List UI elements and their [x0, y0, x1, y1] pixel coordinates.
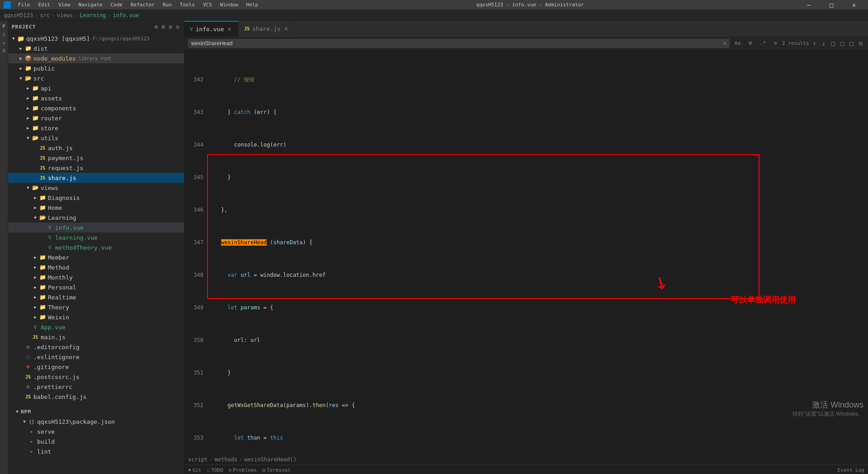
menu-navigate[interactable]: Navigate — [75, 1, 106, 9]
tree-item-api[interactable]: ▶ 📁 api — [8, 83, 184, 93]
breadcrumb-views[interactable]: views — [57, 12, 73, 19]
tree-item-public[interactable]: ▶ 📁 public — [8, 63, 184, 73]
menu-help[interactable]: Help — [243, 1, 262, 9]
tab-info-vue[interactable]: V info.vue × — [184, 21, 239, 37]
sidebar-action-collapse[interactable]: ≡ — [175, 23, 180, 31]
bottom-breadcrumb-func[interactable]: wexinShareHead() — [244, 456, 297, 463]
tree-item-eslintignore[interactable]: ▶ ○ .eslintignore — [8, 352, 184, 362]
tree-label-learning: Learning — [48, 214, 76, 221]
tree-item-method[interactable]: ▶ 📁 Method — [8, 262, 184, 272]
search-regex-btn[interactable]: .* — [757, 39, 769, 47]
sidebar-action-new-folder[interactable]: ⊞ — [161, 23, 166, 31]
tree-root[interactable]: ▼ 📁 qqxsH5123 [qqxsH5] F:/gongsi/qqxsH51… — [8, 33, 184, 43]
activity-structure[interactable]: S — [0, 31, 8, 38]
activity-favorites[interactable]: ★ — [0, 39, 8, 46]
tree-item-theory[interactable]: ▶ 📁 Theory — [8, 302, 184, 312]
npm-script-lint[interactable]: ▸ lint — [12, 446, 180, 456]
search-case-btn[interactable]: Aa — [731, 39, 744, 47]
search-filter-btn[interactable]: ⊟ — [857, 39, 864, 48]
menu-window[interactable]: Window — [217, 1, 242, 9]
code-content[interactable]: 342 // 报错 343 } catch (err) { 344 consol… — [184, 50, 868, 454]
tree-item-src[interactable]: ▼ 📂 src — [8, 73, 184, 83]
npm-script-build[interactable]: ▸ build — [12, 436, 180, 446]
tree-item-auth-js[interactable]: ▶ JS auth.js — [8, 143, 184, 153]
tree-item-editorconfig[interactable]: ▶ ⚙ .editorconfig — [8, 342, 184, 352]
breadcrumb-qqxs[interactable]: qqxsH5123 — [4, 12, 33, 19]
npm-root[interactable]: ▼ {} qqxsH5123\package.json — [12, 417, 180, 427]
search-word-btn[interactable]: W — [745, 39, 755, 47]
sidebar-action-new-file[interactable]: ⊕ — [154, 23, 159, 31]
menu-view[interactable]: View — [55, 1, 74, 9]
menu-code[interactable]: Code — [107, 1, 126, 9]
tree-item-personal[interactable]: ▶ 📁 Personal — [8, 282, 184, 292]
tree-item-gitignore[interactable]: ▶ ⊛ .gitignore — [8, 362, 184, 372]
tree-item-main-js[interactable]: ▶ JS main.js — [8, 332, 184, 342]
search-scope-btn[interactable]: ≡ — [771, 39, 780, 47]
menu-file[interactable]: File — [14, 1, 34, 9]
tree-item-weixin[interactable]: ▶ 📁 Weixin — [8, 312, 184, 322]
tree-item-info-vue[interactable]: ▶ V info.vue — [8, 223, 184, 232]
tree-item-learning[interactable]: ▼ 📂 Learning — [8, 213, 184, 223]
menu-run[interactable]: Run — [159, 1, 175, 9]
tree-item-babel-config[interactable]: ▶ JS babel.config.js — [8, 392, 184, 402]
breadcrumb-src[interactable]: src — [40, 12, 50, 19]
breadcrumb-file[interactable]: info.vue — [113, 12, 139, 19]
tree-item-prettierrc[interactable]: ▶ ⚙ .prettierrc — [8, 382, 184, 392]
search-clear-icon[interactable]: × — [723, 40, 726, 47]
activity-project[interactable]: P — [0, 23, 8, 30]
maximize-button[interactable]: □ — [821, 0, 842, 10]
tree-item-payment-js[interactable]: ▶ JS payment.js — [8, 153, 184, 163]
sidebar-action-settings[interactable]: ⚙ — [168, 23, 173, 31]
tree-item-app-vue[interactable]: ▶ V App.vue — [8, 322, 184, 332]
tree-label-monthly: Monthly — [48, 274, 73, 281]
search-nav-4[interactable]: □ — [839, 39, 846, 48]
tree-item-views[interactable]: ▼ 📂 views — [8, 183, 184, 193]
breadcrumb-learning[interactable]: Learning — [80, 12, 106, 19]
bottom-breadcrumb-script[interactable]: script — [188, 456, 208, 463]
tree-item-member[interactable]: ▶ 📁 Member — [8, 252, 184, 262]
menu-vcs[interactable]: VCS — [199, 1, 216, 9]
search-nav-3[interactable]: □ — [829, 39, 836, 48]
tree-item-request-js[interactable]: ▶ JS request.js — [8, 163, 184, 173]
menu-tools[interactable]: Tools — [176, 1, 198, 9]
problems-item[interactable]: ⊙ Problems — [229, 467, 257, 473]
tree-item-utils[interactable]: ▼ 📂 utils — [8, 133, 184, 143]
tree-item-postcssrc[interactable]: ▶ JS .postcssrc.js — [8, 372, 184, 382]
activity-npm[interactable]: N — [0, 47, 8, 54]
menu-refactor[interactable]: Refactor — [127, 1, 158, 9]
minimize-button[interactable]: − — [798, 0, 819, 10]
tab-close-info[interactable]: × — [226, 24, 232, 33]
search-next-btn[interactable]: ↓ — [820, 39, 827, 48]
bottom-breadcrumb-methods[interactable]: methods — [215, 456, 238, 463]
npm-script-serve[interactable]: ▸ serve — [12, 427, 180, 436]
event-log-item[interactable]: Event Log — [837, 467, 864, 473]
tree-item-learning-vue[interactable]: ▶ V learning.vue — [8, 232, 184, 242]
menu-edit[interactable]: Edit — [35, 1, 54, 9]
tree-item-store[interactable]: ▶ 📁 store — [8, 123, 184, 133]
search-input[interactable] — [191, 40, 722, 47]
tree-item-router[interactable]: ▶ 📁 router — [8, 113, 184, 123]
search-nav-5[interactable]: □ — [848, 39, 855, 48]
terminal-item[interactable]: ⊡ Terminal — [262, 467, 291, 473]
tree-item-components[interactable]: ▶ 📁 components — [8, 103, 184, 113]
tree-item-assets[interactable]: ▶ 📁 assets — [8, 93, 184, 103]
tab-share-js[interactable]: JS share.js × — [239, 21, 295, 37]
tree-arrow-theory: ▶ — [32, 303, 39, 311]
npm-header[interactable]: ▼ npm — [12, 407, 180, 417]
tree-item-dist[interactable]: ▶ 📁 dist — [8, 43, 184, 53]
tree-item-node-modules[interactable]: ▶ 📦 node_modules library root — [8, 53, 184, 63]
tree-item-method-theory-vue[interactable]: ▶ V methodTheory.vue — [8, 242, 184, 252]
tree-item-share-js[interactable]: ▶ JS share.js — [8, 173, 184, 183]
git-status-item[interactable]: ♦ Git — [188, 467, 202, 473]
tree-item-monthly[interactable]: ▶ 📁 Monthly — [8, 272, 184, 282]
search-prev-btn[interactable]: ↑ — [811, 39, 818, 48]
code-line-353: 353 let than = this — [192, 434, 868, 442]
tree-item-home[interactable]: ▶ 📁 Home — [8, 203, 184, 213]
close-button[interactable]: × — [844, 0, 864, 10]
npm-script-build-icon: ▸ — [28, 438, 35, 445]
tree-item-diagnosis[interactable]: ▶ 📁 Diagnosis — [8, 193, 184, 203]
tree-item-realtime[interactable]: ▶ 📁 Realtime — [8, 292, 184, 302]
tab-close-share[interactable]: × — [283, 24, 289, 33]
todo-item[interactable]: ☐ TODO — [207, 467, 223, 473]
code-editor[interactable]: 342 // 报错 343 } catch (err) { 344 consol… — [184, 50, 868, 454]
